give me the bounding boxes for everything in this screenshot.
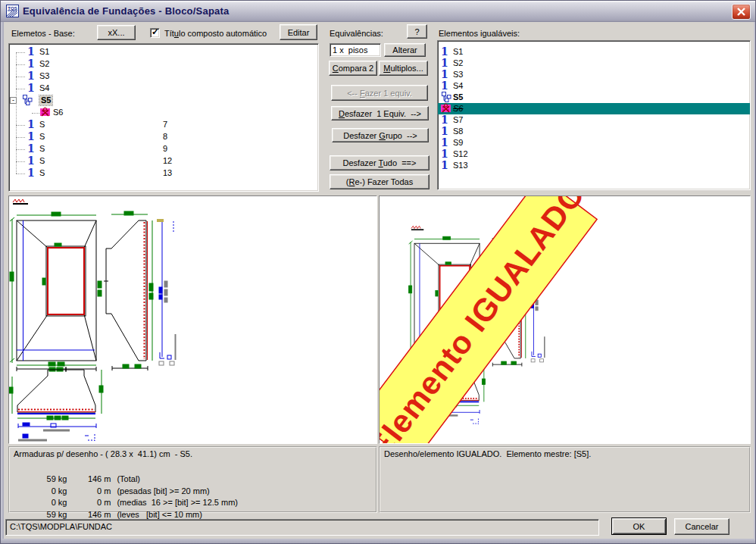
tree-item-label[interactable]: S — [39, 120, 45, 130]
tree-item-label[interactable]: S2 — [39, 59, 49, 69]
tree-item-label[interactable]: S — [39, 168, 45, 178]
window-title: Equivalência de Fundações - Bloco/Sapata — [23, 5, 229, 17]
tree-item-S8[interactable]: 1S8 — [9, 131, 318, 143]
equivalences-label: Equivalências: — [330, 29, 383, 38]
list-item-S1[interactable]: 1S1 — [438, 46, 750, 58]
tree-branch-line — [16, 137, 25, 138]
undo-all-button[interactable]: Desfazer Tudo ==> — [330, 155, 430, 170]
base-elements-tree[interactable]: 1S11S21S31S4-S5S61S71S81S91S121S13 — [8, 43, 319, 192]
tree-item-S12[interactable]: 1S12 — [9, 155, 318, 167]
one-icon: 1 — [27, 83, 35, 93]
tree-item-S2[interactable]: 1S2 — [9, 58, 318, 70]
tqs-logo-icon: TQS — [6, 5, 19, 17]
list-item-S3[interactable]: 1S3 — [438, 69, 750, 80]
list-item-label[interactable]: S1 — [453, 47, 463, 57]
redo-all-button[interactable]: (Re-) Fazer Todas — [330, 174, 430, 189]
list-item-label[interactable]: S3 — [453, 70, 463, 80]
list-item-S5[interactable]: S5 — [438, 92, 750, 103]
tree-item-S4[interactable]: 1S4 — [9, 83, 318, 95]
title-bar[interactable]: TQS Equivalência de Fundações - Bloco/Sa… — [1, 1, 756, 22]
tree-branch-line — [16, 77, 25, 77]
cancel-button[interactable]: Cancelar — [674, 518, 729, 535]
tree-branch-line — [16, 125, 25, 126]
svg-text:TQS: TQS — [8, 6, 17, 11]
equalizable-elements-list[interactable]: 1S11S21S31S4S5S61S71S81S91S121S13 — [437, 40, 751, 190]
tree-branch-line — [32, 113, 39, 114]
list-item-label[interactable]: S5 — [453, 92, 463, 102]
list-item-S8[interactable]: 1S8 — [438, 126, 750, 137]
equalized-info-text: Desenho/elemento IGUALADO. Elemento mest… — [384, 449, 745, 458]
tree-item-label[interactable]: S — [39, 156, 45, 166]
equalized-icon — [40, 107, 51, 119]
tree-item-label[interactable]: S1 — [39, 47, 49, 57]
group-icon — [441, 92, 451, 104]
list-item-label[interactable]: S4 — [453, 81, 463, 91]
elements-base-label: Elemetos - Base: — [11, 29, 75, 38]
make-one-equiv-button[interactable]: <-- Fazer 1 equiv. — [331, 85, 428, 101]
tree-item-S7[interactable]: 1S7 — [9, 119, 318, 131]
one-icon: 1 — [441, 149, 448, 159]
equalizable-elements-label: Elementos igualáveis: — [439, 29, 520, 38]
list-item-label[interactable]: S8 — [453, 127, 463, 136]
edit-button[interactable]: Editar — [280, 24, 317, 40]
list-item-S6[interactable]: S6 — [438, 103, 750, 114]
undo-one-equiv-button[interactable]: Desfazer 1 Equiv. --> — [331, 106, 429, 120]
one-icon: 1 — [27, 131, 35, 142]
auto-title-label[interactable]: Título composto automático — [164, 29, 267, 38]
compare-2-button[interactable]: Compara 2 — [329, 61, 377, 76]
tree-item-S1[interactable]: 1S1 — [9, 46, 318, 58]
tree-item-S3[interactable]: 1S3 — [9, 70, 318, 83]
help-button[interactable]: ? — [407, 24, 427, 39]
list-item-S2[interactable]: 1S2 — [438, 58, 750, 69]
list-item-label[interactable]: S6 — [453, 104, 463, 114]
xx-button[interactable]: xX... — [97, 25, 136, 40]
floors-field[interactable]: 1 x pisos — [330, 43, 381, 57]
undo-group-button[interactable]: Desfazer Grupo --> — [332, 128, 429, 142]
tree-branch-line — [16, 64, 25, 65]
list-item-S4[interactable]: 1S4 — [438, 80, 750, 92]
one-icon: 1 — [27, 58, 35, 69]
checkmark-icon: ✓ — [152, 27, 159, 37]
tree-item-number: 13 — [163, 168, 172, 177]
base-info-title: Armaduras p/ desenho - ( 28.3 x 41.1) cm… — [14, 449, 372, 458]
multiple-button[interactable]: Multiplos... — [379, 61, 428, 76]
list-item-S12[interactable]: 1S12 — [438, 149, 750, 160]
list-item-label[interactable]: S9 — [453, 138, 463, 148]
base-drawing-panel — [8, 195, 377, 444]
tree-item-S5[interactable]: -S5 — [9, 95, 318, 107]
one-icon: 1 — [441, 69, 448, 80]
list-item-S13[interactable]: 1S13 — [438, 160, 750, 171]
alter-button[interactable]: Alterar — [384, 43, 426, 57]
equalized-drawing-panel: Elemento IGUALADO — [379, 195, 751, 444]
close-icon — [736, 7, 746, 17]
auto-title-checkbox[interactable]: ✓ — [150, 28, 160, 38]
tree-item-number: 9 — [163, 144, 167, 153]
tree-item-label[interactable]: S — [39, 132, 45, 142]
list-item-label[interactable]: S7 — [453, 115, 463, 125]
list-item-S7[interactable]: 1S7 — [438, 114, 750, 126]
tree-item-label[interactable]: S3 — [39, 71, 49, 81]
one-icon: 1 — [27, 119, 35, 130]
tree-item-number: 12 — [163, 156, 172, 165]
tree-item-label[interactable]: S4 — [39, 83, 49, 93]
tree-item-label[interactable]: S6 — [53, 108, 63, 117]
tree-item-label[interactable]: S — [39, 144, 45, 154]
tree-branch-line — [16, 89, 25, 89]
close-button[interactable] — [732, 4, 751, 20]
tree-item-label[interactable]: S5 — [39, 95, 52, 105]
dialog-window: TQS Equivalência de Fundações - Bloco/Sa… — [0, 0, 756, 544]
list-item-label[interactable]: S2 — [453, 58, 463, 68]
expand-toggle-icon[interactable]: - — [10, 97, 17, 104]
tree-item-S13[interactable]: 1S13 — [9, 167, 318, 180]
tree-item-S9[interactable]: 1S9 — [9, 143, 318, 155]
one-icon: 1 — [27, 167, 35, 178]
one-icon: 1 — [27, 155, 35, 166]
list-item-S9[interactable]: 1S9 — [438, 137, 750, 149]
ok-button[interactable]: OK — [611, 517, 667, 535]
tree-item-number: 8 — [163, 132, 167, 141]
path-field[interactable]: C:\TQS\MODPLA\FUNDAC — [5, 519, 599, 536]
list-item-label[interactable]: S12 — [453, 149, 468, 159]
list-item-label[interactable]: S13 — [453, 161, 468, 170]
foundation-drawing-base — [9, 196, 376, 443]
tree-item-S6[interactable]: S6 — [9, 107, 318, 119]
